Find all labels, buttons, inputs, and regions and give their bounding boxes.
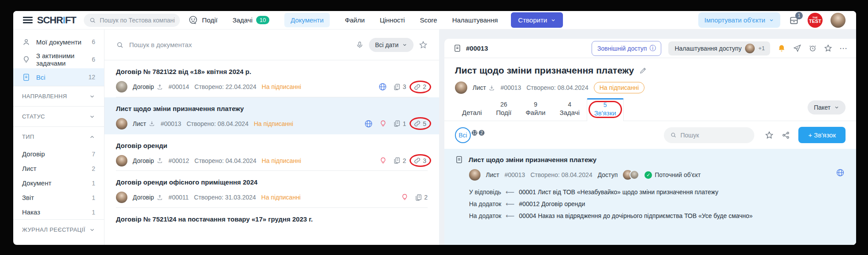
app-window: SCHRIFT Події Задачі10 Документи Файли Ц… — [13, 11, 856, 245]
relation-row[interactable]: На додаток ⟵ #00012 Договір оренди — [469, 198, 846, 210]
sidebar-section-direction[interactable]: НАПРАВЛЕННЯ — [13, 86, 104, 106]
avatar — [745, 44, 755, 53]
filter-all-chip[interactable]: Всі — [455, 127, 471, 143]
relation-label: На додаток — [469, 210, 501, 222]
copies-stat[interactable]: 2 — [415, 194, 428, 201]
relation-target[interactable]: #00012 Договір оренди — [519, 198, 585, 210]
arrow-left-icon: ⟵ — [506, 198, 514, 210]
arrow-left-icon: ⟵ — [506, 186, 514, 198]
tab-files[interactable]: 9Файли — [518, 99, 552, 121]
linked-created: Створено: 08.04.2024 — [530, 171, 592, 178]
workspace-badge[interactable]: THETEST — [808, 13, 823, 28]
add-link-button[interactable]: + Зв'язок — [798, 127, 846, 143]
chevron-down-icon — [89, 93, 95, 100]
links-search-input[interactable] — [680, 132, 748, 139]
nav-events[interactable]: Події — [202, 16, 217, 24]
tab-links[interactable]: 5Зв'язки — [587, 98, 624, 121]
package-dropdown[interactable]: Пакет — [808, 100, 846, 115]
relation-row[interactable]: На додаток ⟵ 00004 Наказ на відрядження … — [469, 210, 846, 222]
star-icon[interactable] — [419, 41, 428, 49]
star-icon[interactable] — [765, 131, 774, 140]
document-created: Створено: 22.04.2024 — [194, 83, 257, 90]
tasks-count-badge: 10 — [256, 16, 269, 24]
document-status: На підписанні — [254, 120, 293, 127]
document-row[interactable]: Договір оренди Договір #00012 Створено: … — [104, 134, 439, 171]
copies-icon — [393, 157, 401, 164]
more-icon[interactable]: ⋯ — [839, 44, 847, 53]
avatar — [455, 81, 467, 94]
linked-object-row[interactable]: Лист щодо зміни призначення платежу — [455, 155, 846, 164]
send-icon[interactable] — [793, 44, 801, 52]
support-smiley-icon[interactable] — [188, 15, 198, 26]
section-label: ТИП — [22, 133, 34, 140]
sidebar-item-all[interactable]: Всі 12 — [13, 68, 104, 86]
alarm-clock-icon[interactable] — [808, 44, 817, 52]
sidebar-type-dokument[interactable]: Документ1 — [13, 176, 104, 190]
tray-icon[interactable]: 1 — [788, 15, 800, 26]
global-search-input[interactable] — [100, 17, 175, 24]
check-icon: ✓ — [644, 171, 652, 179]
sidebar-section-registry[interactable]: ЖУРНАЛ РЕЄСТРАЦІЇ — [13, 219, 104, 240]
access-label: Доступ — [598, 171, 618, 178]
nav-files[interactable]: Файли — [345, 16, 365, 24]
sidebar-item-label: З активними задачами — [36, 52, 86, 67]
document-row[interactable]: Договір № 7821\22 від «18» квітня 2024 р… — [104, 60, 439, 97]
star-icon[interactable] — [824, 44, 832, 52]
sidebar-type-lyst[interactable]: Лист2 — [13, 161, 104, 176]
relation-target[interactable]: 00001 Лист від ТОВ «Незабувайко» щодо зм… — [519, 186, 718, 198]
tab-events[interactable]: 26Події — [489, 99, 518, 121]
sidebar-type-nakaz[interactable]: Наказ1 — [13, 205, 104, 219]
sidebar-item-with-active-tasks[interactable]: З активними задачами 6 — [13, 51, 104, 68]
copies-icon — [415, 194, 422, 201]
sidebar-type-dogovir[interactable]: Договір7 — [13, 147, 104, 161]
nav-values[interactable]: Цінності — [380, 16, 405, 24]
copies-stat[interactable]: 3 — [393, 83, 406, 91]
edit-pencil-icon[interactable] — [639, 67, 647, 74]
document-search-row: Всі дати — [104, 30, 439, 60]
document-row[interactable]: Договір № 7521\24 на постачання товару «… — [104, 208, 439, 245]
sidebar-item-my-documents[interactable]: Мої документи 6 — [13, 33, 104, 51]
type-count: 7 — [92, 151, 95, 158]
document-row[interactable]: Договір оренди офісного приміщення 2024 … — [104, 171, 439, 208]
nav-score[interactable]: Score — [420, 16, 437, 24]
create-button[interactable]: Створити — [511, 12, 563, 28]
sidebar-type-zvit[interactable]: Звіт1 — [13, 190, 104, 205]
document-row-selected[interactable]: Лист щодо зміни призначення платежу Лист… — [104, 97, 439, 134]
document-search-input[interactable] — [129, 41, 350, 48]
document-id: #00013 — [160, 120, 181, 127]
section-label: НАПРАВЛЕННЯ — [22, 93, 67, 100]
date-filter-dropdown[interactable]: Всі дати — [369, 38, 414, 52]
type-count: 1 — [92, 194, 95, 201]
bell-icon[interactable] — [777, 44, 786, 53]
tab-details[interactable]: Деталі — [455, 99, 489, 121]
sidebar-section-status[interactable]: СТАТУС — [13, 106, 104, 126]
tab-tasks[interactable]: 4Задачі — [552, 99, 586, 121]
nav-tasks[interactable]: Задачі10 — [232, 16, 269, 24]
hamburger-menu-icon[interactable] — [23, 17, 33, 23]
relation-target[interactable]: 00004 Наказ на відрядження до дочірнього… — [519, 210, 753, 222]
document-id: #00012 — [168, 157, 189, 164]
relation-row[interactable]: У відповідь ⟵ 00001 Лист від ТОВ «Незабу… — [469, 186, 846, 198]
linked-type: Лист — [486, 171, 499, 178]
access-avatars[interactable] — [623, 170, 639, 180]
nav-documents[interactable]: Документи — [284, 13, 330, 27]
import-objects-button[interactable]: Імпортувати об'єкти — [698, 12, 780, 28]
copies-stat[interactable]: 1 — [393, 120, 406, 127]
nav-settings[interactable]: Налаштування — [452, 16, 498, 24]
links-stat[interactable]: 2 — [414, 83, 426, 91]
sidebar-section-type[interactable]: ТИП — [13, 126, 104, 147]
document-status: На підписанні — [262, 157, 301, 164]
user-avatar[interactable] — [831, 13, 846, 28]
avatar-count-badge: 2 — [478, 129, 485, 137]
microphone-icon[interactable] — [356, 41, 364, 49]
annotation-circle: 2 — [410, 81, 431, 93]
access-settings-button[interactable]: Налаштування доступу+1 — [668, 41, 770, 55]
external-access-button[interactable]: Зовнішній доступⓘ — [592, 41, 661, 56]
document-created: Створено: 04.04.2024 — [194, 157, 257, 164]
copies-stat[interactable]: 2 — [393, 157, 406, 164]
share-network-icon[interactable] — [782, 131, 790, 140]
document-title: Договір № 7821\22 від «18» квітня 2024 р… — [116, 68, 428, 75]
links-stat[interactable]: 3 — [414, 157, 426, 164]
links-stat[interactable]: 5 — [414, 120, 426, 127]
type-count: 1 — [92, 180, 95, 187]
